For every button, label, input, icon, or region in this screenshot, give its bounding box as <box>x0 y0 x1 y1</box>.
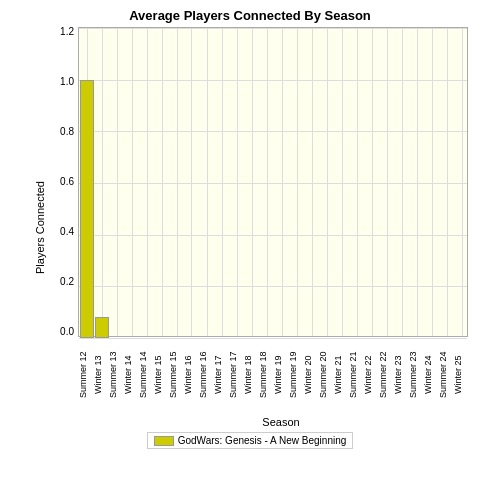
x-tick-label: Winter 16 <box>183 337 198 412</box>
gridline-v <box>267 28 268 336</box>
x-tick-label: Summer 13 <box>108 337 123 412</box>
gridline-v <box>207 28 208 336</box>
x-axis-label: Season <box>94 416 468 428</box>
gridline-v <box>402 28 403 336</box>
y-tick-label: 0.0 <box>60 327 74 337</box>
chart-area: Players Connected 1.21.00.80.60.40.20.0 … <box>32 27 468 428</box>
gridline-v <box>342 28 343 336</box>
gridline-v <box>327 28 328 336</box>
x-tick-label: Summer 17 <box>228 337 243 412</box>
gridline-v <box>387 28 388 336</box>
chart-inner: 1.21.00.80.60.40.20.0 Summer 12Winter 13… <box>50 27 468 428</box>
x-tick-label: Summer 19 <box>288 337 303 412</box>
gridline-v <box>282 28 283 336</box>
x-tick-label: Winter 15 <box>153 337 168 412</box>
x-tick-label: Winter 19 <box>273 337 288 412</box>
x-tick-label: Winter 17 <box>213 337 228 412</box>
gridline-v <box>417 28 418 336</box>
plot-area <box>78 27 468 337</box>
x-tick-label: Winter 21 <box>333 337 348 412</box>
legend-color-box <box>154 436 174 446</box>
plot-and-yaxis: 1.21.00.80.60.40.20.0 <box>50 27 468 337</box>
x-tick-label: Summer 21 <box>348 337 363 412</box>
x-tick-label: Winter 18 <box>243 337 258 412</box>
chart-container: Average Players Connected By Season Play… <box>0 0 500 500</box>
y-tick-label: 1.2 <box>60 27 74 37</box>
gridline-v <box>297 28 298 336</box>
gridline-h <box>79 28 467 29</box>
x-tick-label: Summer 20 <box>318 337 333 412</box>
legend-area: GodWars: Genesis - A New Beginning <box>147 432 354 449</box>
x-tick-label: Summer 16 <box>198 337 213 412</box>
gridline-v <box>432 28 433 336</box>
x-tick-label: Winter 13 <box>93 337 108 412</box>
x-tick-label: Summer 18 <box>258 337 273 412</box>
bar <box>95 317 109 338</box>
gridline-v <box>237 28 238 336</box>
x-tick-label: Summer 23 <box>408 337 423 412</box>
gridline-v <box>162 28 163 336</box>
chart-title: Average Players Connected By Season <box>129 8 371 23</box>
x-tick-label: Winter 20 <box>303 337 318 412</box>
gridline-h <box>79 183 467 184</box>
x-tick-label: Summer 22 <box>378 337 393 412</box>
x-tick-label: Summer 24 <box>438 337 453 412</box>
y-tick-label: 0.2 <box>60 277 74 287</box>
y-tick-label: 0.8 <box>60 127 74 137</box>
gridline-v <box>357 28 358 336</box>
gridline-v <box>222 28 223 336</box>
x-tick-label: Winter 25 <box>453 337 468 412</box>
gridline-v <box>372 28 373 336</box>
bar <box>80 80 94 338</box>
gridline-v <box>191 28 192 336</box>
gridline-h <box>79 286 467 287</box>
x-tick-label: Winter 23 <box>393 337 408 412</box>
gridline-v <box>132 28 133 336</box>
gridline-h <box>79 80 467 81</box>
x-tick-label: Summer 12 <box>78 337 93 412</box>
y-tick-label: 0.6 <box>60 177 74 187</box>
y-ticks: 1.21.00.80.60.40.20.0 <box>50 27 78 337</box>
gridline-v <box>252 28 253 336</box>
legend-label: GodWars: Genesis - A New Beginning <box>178 435 347 446</box>
gridline-h <box>79 235 467 236</box>
gridline-v <box>147 28 148 336</box>
y-tick-label: 1.0 <box>60 77 74 87</box>
gridline-v <box>102 28 103 336</box>
x-tick-label: Winter 22 <box>363 337 378 412</box>
x-tick-label: Summer 14 <box>138 337 153 412</box>
x-tick-label: Summer 15 <box>168 337 183 412</box>
gridline-v <box>177 28 178 336</box>
x-tick-label: Winter 24 <box>423 337 438 412</box>
gridline-v <box>447 28 448 336</box>
x-tick-label: Winter 14 <box>123 337 138 412</box>
gridline-v <box>462 28 463 336</box>
y-tick-label: 0.4 <box>60 227 74 237</box>
y-axis-label: Players Connected <box>32 27 48 428</box>
x-ticks: Summer 12Winter 13Summer 13Winter 14Summ… <box>78 337 468 412</box>
gridline-h <box>79 131 467 132</box>
gridline-v <box>117 28 118 336</box>
gridline-v <box>312 28 313 336</box>
